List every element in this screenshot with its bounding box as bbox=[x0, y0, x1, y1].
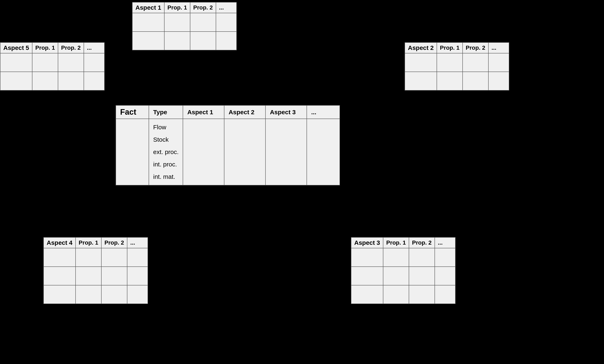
type-int-proc: int. proc. bbox=[153, 158, 178, 170]
aspect4-row3-col4 bbox=[127, 285, 148, 304]
aspect5-title: Aspect 5 bbox=[0, 42, 32, 53]
aspect2-row2-col3 bbox=[463, 72, 488, 90]
aspect2-prop2: Prop. 2 bbox=[463, 42, 488, 53]
aspect1-row1-col3 bbox=[190, 13, 216, 32]
aspect2-ellipsis: ... bbox=[488, 42, 509, 53]
aspect5-row1-col1 bbox=[0, 53, 32, 72]
fact-ellipsis-cell bbox=[307, 119, 340, 185]
aspect3-row1-col1 bbox=[351, 248, 383, 267]
aspect4-prop2: Prop. 2 bbox=[101, 237, 127, 248]
type-int-mat: int. mat. bbox=[153, 170, 178, 183]
type-stock: Stock bbox=[153, 133, 178, 146]
aspect3-row1-col2 bbox=[383, 248, 409, 267]
aspect4-row3-col2 bbox=[76, 285, 101, 304]
aspect1-row1-col2 bbox=[164, 13, 190, 32]
aspect5-row1-col2 bbox=[32, 53, 58, 72]
aspect1-row2-col4 bbox=[216, 32, 237, 50]
fact-type-cell: Flow Stock ext. proc. int. proc. int. ma… bbox=[149, 119, 183, 185]
aspect1-row2-col2 bbox=[164, 32, 190, 50]
fact-table: Fact Type Aspect 1 Aspect 2 Aspect 3 ...… bbox=[116, 105, 340, 185]
fact-type-header: Type bbox=[149, 105, 183, 119]
aspect3-prop1: Prop. 1 bbox=[383, 237, 409, 248]
aspect2-prop1: Prop. 1 bbox=[437, 42, 463, 53]
fact-body-col1 bbox=[116, 119, 149, 185]
aspect3-ellipsis: ... bbox=[435, 237, 455, 248]
aspect4-row2-col3 bbox=[101, 267, 127, 285]
aspect2-title: Aspect 2 bbox=[405, 42, 437, 53]
aspect3-row3-col3 bbox=[409, 285, 435, 304]
aspect3-table: Aspect 3 Prop. 1 Prop. 2 ... bbox=[351, 237, 456, 304]
aspect4-row1-col1 bbox=[44, 248, 76, 267]
fact-header: Fact bbox=[116, 105, 149, 119]
aspect1-title: Aspect 1 bbox=[132, 2, 164, 13]
aspect3-row3-col2 bbox=[383, 285, 409, 304]
aspect4-row2-col4 bbox=[127, 267, 148, 285]
aspect1-prop2: Prop. 2 bbox=[190, 2, 216, 13]
aspect3-row1-col3 bbox=[409, 248, 435, 267]
aspect1-row1-col4 bbox=[216, 13, 237, 32]
type-ext-proc: ext. proc. bbox=[153, 146, 178, 158]
aspect4-title: Aspect 4 bbox=[44, 237, 76, 248]
aspect5-row2-col4 bbox=[84, 72, 104, 90]
aspect5-row2-col3 bbox=[58, 72, 84, 90]
aspect4-table: Aspect 4 Prop. 1 Prop. 2 ... bbox=[43, 237, 148, 304]
fact-type-list: Flow Stock ext. proc. int. proc. int. ma… bbox=[153, 121, 178, 183]
aspect2-row2-col4 bbox=[488, 72, 509, 90]
fact-aspect1-header: Aspect 1 bbox=[183, 105, 224, 119]
fact-aspect2-header: Aspect 2 bbox=[224, 105, 265, 119]
aspect4-row2-col1 bbox=[44, 267, 76, 285]
aspect2-row1-col3 bbox=[463, 53, 488, 72]
aspect5-prop2: Prop. 2 bbox=[58, 42, 84, 53]
aspect1-prop1: Prop. 1 bbox=[164, 2, 190, 13]
fact-aspect2-cell bbox=[224, 119, 265, 185]
aspect5-table: Aspect 5 Prop. 1 Prop. 2 ... bbox=[0, 42, 105, 91]
aspect5-row2-col2 bbox=[32, 72, 58, 90]
aspect3-row2-col1 bbox=[351, 267, 383, 285]
aspect3-row3-col1 bbox=[351, 285, 383, 304]
aspect4-row1-col3 bbox=[101, 248, 127, 267]
fact-aspect1-cell bbox=[183, 119, 224, 185]
aspect4-row3-col3 bbox=[101, 285, 127, 304]
aspect5-ellipsis: ... bbox=[84, 42, 104, 53]
aspect2-row1-col1 bbox=[405, 53, 437, 72]
aspect3-prop2: Prop. 2 bbox=[409, 237, 435, 248]
aspect5-row1-col3 bbox=[58, 53, 84, 72]
aspect5-row1-col4 bbox=[84, 53, 104, 72]
aspect2-row1-col4 bbox=[488, 53, 509, 72]
aspect1-table: Aspect 1 Prop. 1 Prop. 2 ... bbox=[132, 2, 237, 50]
aspect3-row3-col4 bbox=[435, 285, 455, 304]
fact-aspect3-cell bbox=[265, 119, 307, 185]
aspect1-row2-col3 bbox=[190, 32, 216, 50]
aspect4-row1-col4 bbox=[127, 248, 148, 267]
aspect3-title: Aspect 3 bbox=[351, 237, 383, 248]
fact-aspect3-header: Aspect 3 bbox=[265, 105, 307, 119]
aspect3-row1-col4 bbox=[435, 248, 455, 267]
aspect1-row2-col1 bbox=[132, 32, 164, 50]
aspect4-row3-col1 bbox=[44, 285, 76, 304]
aspect3-row2-col3 bbox=[409, 267, 435, 285]
aspect3-row2-col4 bbox=[435, 267, 455, 285]
type-flow: Flow bbox=[153, 121, 178, 133]
aspect2-table: Aspect 2 Prop. 1 Prop. 2 ... bbox=[405, 42, 509, 91]
aspect3-row2-col2 bbox=[383, 267, 409, 285]
aspect2-row2-col2 bbox=[437, 72, 463, 90]
aspect4-row1-col2 bbox=[76, 248, 101, 267]
aspect1-row1-col1 bbox=[132, 13, 164, 32]
aspect4-prop1: Prop. 1 bbox=[76, 237, 101, 248]
aspect2-row1-col2 bbox=[437, 53, 463, 72]
aspect5-row2-col1 bbox=[0, 72, 32, 90]
aspect5-prop1: Prop. 1 bbox=[32, 42, 58, 53]
aspect2-row2-col1 bbox=[405, 72, 437, 90]
aspect1-ellipsis: ... bbox=[216, 2, 237, 13]
aspect4-ellipsis: ... bbox=[127, 237, 148, 248]
fact-ellipsis-header: ... bbox=[307, 105, 340, 119]
aspect4-row2-col2 bbox=[76, 267, 101, 285]
